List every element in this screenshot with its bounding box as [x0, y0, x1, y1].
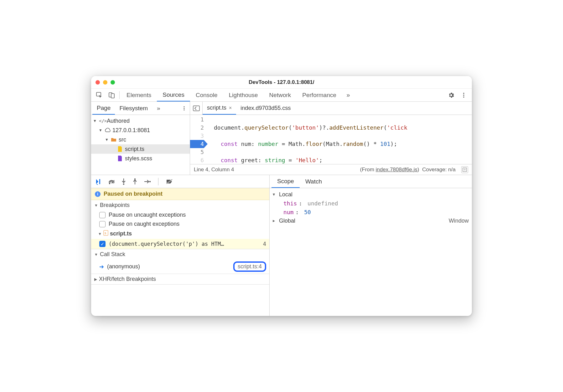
sidebar-kebab-icon[interactable] — [178, 102, 190, 115]
device-toolbar-icon[interactable] — [106, 89, 118, 101]
step-icon[interactable] — [144, 179, 151, 184]
chevron-down-icon: ▼ — [273, 192, 277, 197]
line-gutter[interactable]: 123456 — [190, 115, 207, 164]
scope-local[interactable]: ▼ Local — [273, 190, 469, 199]
breakpoint-item[interactable]: ✓ (document.querySelector('p') as HTM… 4 — [91, 239, 269, 249]
window-title: DevTools - 127.0.0.1:8081/ — [91, 79, 472, 85]
chevron-down-icon: ▼ — [93, 119, 97, 123]
tree-label: Authored — [107, 118, 130, 124]
resume-icon[interactable] — [96, 178, 102, 185]
tab-elements[interactable]: Elements — [121, 89, 157, 101]
sidebar-tabs: Page Filesystem » — [91, 102, 190, 115]
scope-global[interactable]: ▶ Global Window — [273, 216, 469, 225]
code-brackets-icon: </> — [99, 118, 105, 124]
pretty-print-icon[interactable] — [461, 166, 468, 173]
scope-body: ▼ Local this: undefined num: 50 ▶ Global — [270, 188, 472, 316]
source-editor: script.ts × index.d9703d55.css 123456 do… — [190, 102, 472, 175]
breakpoint-file-header[interactable]: ▼ s script.ts — [91, 229, 269, 239]
tab-watch[interactable]: Watch — [300, 175, 328, 188]
separator — [119, 91, 120, 99]
checkbox-unchecked-icon[interactable] — [99, 212, 106, 218]
step-over-icon[interactable] — [108, 178, 115, 185]
editor-tab-label: script.ts — [207, 105, 226, 111]
folder-icon — [111, 137, 117, 142]
code-area[interactable]: 123456 document.querySelector('button')?… — [190, 115, 472, 164]
breakpoints-header[interactable]: ▼ Breakpoints — [91, 200, 269, 210]
tree-label: src — [119, 137, 126, 143]
svg-point-21 — [149, 181, 151, 182]
navigator-sidebar: Page Filesystem » ▼ </> Authored — [91, 102, 190, 175]
svg-rect-0 — [96, 92, 101, 96]
sidebar-tab-filesystem[interactable]: Filesystem — [115, 102, 152, 115]
svg-point-19 — [134, 178, 136, 179]
svg-point-6 — [183, 106, 184, 107]
svg-point-5 — [463, 96, 464, 98]
breakpoints-section: ▼ Breakpoints Pause on uncaught exceptio… — [91, 200, 269, 249]
editor-statusbar: Line 4, Column 4 (From index.7808df6e.js… — [190, 164, 472, 175]
tab-network[interactable]: Network — [264, 89, 297, 101]
tree-authored[interactable]: ▼ </> Authored — [91, 116, 190, 126]
pause-caught-row[interactable]: Pause on caught exceptions — [91, 219, 269, 229]
zoom-window-button[interactable] — [111, 80, 115, 85]
editor-tab-script-ts[interactable]: script.ts × — [203, 102, 236, 115]
sidebar-tab-page[interactable]: Page — [92, 102, 115, 115]
editor-tab-index-css[interactable]: index.d9703d55.css — [236, 102, 295, 115]
code-lines[interactable]: document.querySelector('button')?.addEve… — [207, 115, 472, 164]
chevron-down-icon: ▼ — [94, 203, 98, 208]
svg-text:</>: </> — [99, 118, 107, 123]
tab-scope[interactable]: Scope — [271, 175, 300, 188]
tab-console[interactable]: Console — [190, 89, 223, 101]
tree-file-styles-scss[interactable]: styles.scss — [91, 154, 190, 163]
checkbox-unchecked-icon[interactable] — [99, 221, 106, 227]
svg-point-4 — [463, 95, 464, 96]
tab-performance[interactable]: Performance — [297, 89, 342, 101]
inspect-element-icon[interactable] — [93, 89, 106, 101]
devtools-window: DevTools - 127.0.0.1:8081/ Elements Sour… — [91, 76, 472, 316]
svg-rect-14 — [99, 179, 100, 184]
step-out-icon[interactable] — [132, 178, 137, 185]
stack-frame-location[interactable]: script.ts:4 — [233, 261, 266, 272]
pause-uncaught-row[interactable]: Pause on uncaught exceptions — [91, 210, 269, 219]
scope-var-this[interactable]: this: undefined — [273, 199, 469, 208]
more-tabs-icon[interactable]: » — [342, 89, 354, 101]
tree-file-script-ts[interactable]: script.ts — [91, 144, 190, 154]
cursor-position: Line 4, Column 4 — [194, 167, 234, 173]
minimize-window-button[interactable] — [103, 80, 107, 85]
xhr-breakpoints-header[interactable]: ▶ XHR/fetch Breakpoints — [91, 274, 269, 284]
file-tree: ▼ </> Authored ▼ 127.0.0.1:8081 — [91, 115, 190, 175]
titlebar: DevTools - 127.0.0.1:8081/ — [91, 76, 472, 89]
tree-label: script.ts — [125, 146, 144, 152]
stack-frame[interactable]: ➔ (anonymous) script.ts:4 — [91, 260, 269, 274]
svg-rect-10 — [193, 106, 199, 111]
tab-sources[interactable]: Sources — [157, 89, 190, 101]
tab-lighthouse[interactable]: Lighthouse — [223, 89, 264, 101]
settings-gear-icon[interactable] — [445, 89, 457, 101]
sidebar-more-tabs-icon[interactable]: » — [152, 102, 165, 115]
deactivate-breakpoints-icon[interactable] — [166, 179, 173, 184]
paused-message: Paused on breakpoint — [104, 191, 163, 197]
debugger-panel: i Paused on breakpoint ▼ Breakpoints Pau… — [91, 175, 270, 316]
svg-point-3 — [463, 93, 464, 94]
current-frame-arrow-icon: ➔ — [99, 263, 104, 270]
chevron-down-icon: ▼ — [105, 137, 109, 142]
separator — [158, 178, 158, 185]
callstack-header[interactable]: ▼ Call Stack — [91, 249, 269, 260]
tree-host[interactable]: ▼ 127.0.0.1:8081 — [91, 126, 190, 135]
checkbox-checked-icon[interactable]: ✓ — [99, 241, 106, 247]
close-window-button[interactable] — [96, 80, 100, 85]
file-script-icon: s — [104, 230, 108, 237]
svg-rect-11 — [463, 168, 467, 172]
tree-label: styles.scss — [125, 155, 152, 162]
callstack-section: ▼ Call Stack ➔ (anonymous) script.ts:4 — [91, 249, 269, 274]
step-into-icon[interactable] — [121, 178, 126, 185]
close-tab-icon[interactable]: × — [229, 105, 232, 111]
navigator-toggle-icon[interactable] — [190, 102, 203, 115]
editor-tab-label: index.d9703d55.css — [240, 105, 291, 111]
scope-panel: Scope Watch ▼ Local this: undefined num:… — [270, 175, 472, 316]
scope-var-num[interactable]: num: 50 — [273, 208, 469, 216]
file-script-icon — [117, 146, 123, 152]
tree-folder-src[interactable]: ▼ src — [91, 135, 190, 144]
source-map-link[interactable]: index.7808df6e.js — [376, 167, 417, 173]
kebab-menu-icon[interactable] — [457, 89, 470, 101]
chevron-down-icon: ▼ — [98, 232, 102, 236]
